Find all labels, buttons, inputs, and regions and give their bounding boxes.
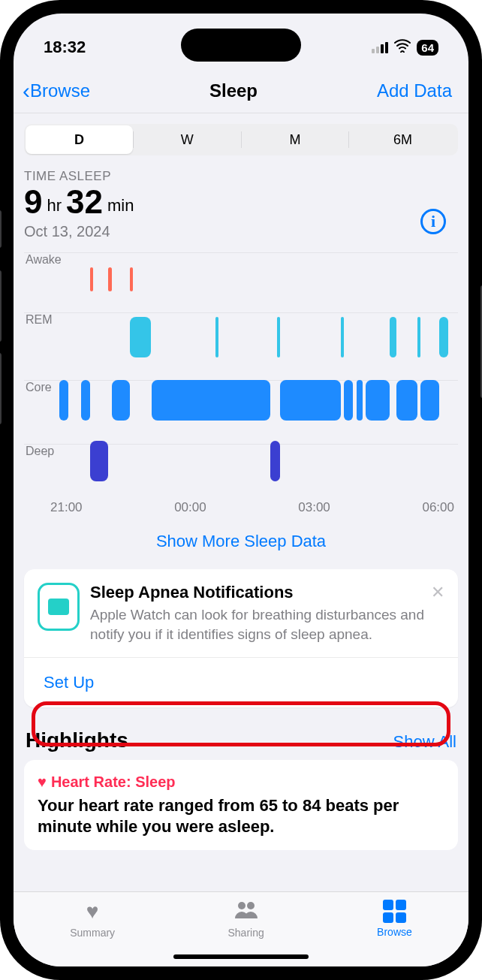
home-indicator[interactable] [173, 954, 309, 959]
segment-week[interactable]: W [134, 125, 241, 154]
battery-icon: 64 [417, 40, 438, 56]
sleep-bar-core [357, 380, 363, 421]
minutes-unit: min [107, 196, 134, 216]
signal-icon [372, 42, 388, 53]
xtick: 21:00 [50, 500, 83, 515]
add-data-button[interactable]: Add Data [377, 80, 452, 101]
sleep-bar-core [344, 380, 353, 421]
segment-month[interactable]: M [242, 125, 349, 154]
sleep-bar-deep [90, 441, 108, 481]
heart-rate-body: Your heart rate ranged from 65 to 84 bea… [38, 795, 444, 837]
sleep-bar-deep [270, 441, 279, 481]
back-label: Browse [30, 80, 90, 101]
hours-value: 9 [24, 185, 42, 219]
sleep-bar-core [366, 380, 390, 421]
minutes-value: 32 [66, 185, 103, 219]
tab-summary[interactable]: ♥ Summary [70, 900, 115, 939]
wifi-icon [394, 39, 411, 56]
apnea-title: Sleep Apnea Notifications [90, 583, 444, 602]
info-icon[interactable]: i [420, 209, 446, 234]
sleep-bar-rem [277, 317, 280, 357]
sleep-bar-rem [215, 317, 218, 357]
sleep-bar-rem [130, 317, 152, 357]
sleep-bar-rem [439, 317, 448, 357]
set-up-button[interactable]: Set Up [24, 657, 458, 707]
timeframe-segmented[interactable]: D W M 6M [24, 124, 458, 155]
close-icon[interactable]: ✕ [431, 583, 444, 602]
apnea-description: Apple Watch can look for breathing distu… [90, 605, 444, 644]
back-button[interactable]: ‹ Browse [23, 80, 90, 102]
nav-header: ‹ Browse Sleep Add Data [14, 66, 468, 113]
heart-rate-tag: Heart Rate: Sleep [51, 773, 176, 791]
xtick: 06:00 [422, 500, 454, 515]
time-asleep-label: TIME ASLEEP [24, 169, 458, 184]
sleep-bar-rem [341, 317, 344, 357]
svg-point-0 [238, 902, 246, 909]
sleep-bar-core [81, 380, 90, 421]
tab-label: Sharing [227, 927, 264, 939]
sleep-bar-rem [390, 317, 396, 357]
grid-icon [383, 900, 406, 923]
sleep-bar-awake [130, 267, 133, 291]
heart-icon: ♥ [86, 900, 99, 924]
segment-6month[interactable]: 6M [349, 125, 456, 154]
hours-unit: hr [47, 196, 62, 216]
show-more-sleep-data[interactable]: Show More Sleep Data [24, 532, 458, 551]
sleep-bar-awake [90, 267, 93, 291]
chevron-left-icon: ‹ [23, 80, 30, 102]
xtick: 03:00 [298, 500, 330, 515]
sleep-bar-core [152, 380, 271, 421]
page-title: Sleep [209, 80, 258, 101]
xtick: 00:00 [174, 500, 206, 515]
heart-icon: ♥ [38, 773, 47, 791]
sleep-bar-rem [417, 317, 420, 357]
people-icon [233, 900, 259, 924]
tab-label: Browse [377, 926, 412, 938]
heart-rate-card[interactable]: ♥ Heart Rate: Sleep Your heart rate rang… [24, 760, 458, 850]
tab-sharing[interactable]: Sharing [227, 900, 264, 939]
sleep-apnea-card: Sleep Apnea Notifications Apple Watch ca… [24, 569, 458, 707]
apple-watch-icon [38, 583, 80, 631]
date-label: Oct 13, 2024 [24, 223, 458, 240]
svg-point-1 [247, 902, 255, 909]
annotation-box [32, 701, 450, 746]
sleep-bar-core [420, 380, 438, 421]
sleep-bar-core [112, 380, 130, 421]
sleep-bar-core [59, 380, 68, 421]
segment-day[interactable]: D [26, 125, 133, 154]
status-time: 18:32 [44, 38, 86, 57]
sleep-chart[interactable]: Awake REM Core Deep 21:00 00:00 03:00 06… [24, 252, 458, 515]
sleep-bar-core [280, 380, 342, 421]
tab-label: Summary [70, 927, 115, 939]
tab-browse[interactable]: Browse [377, 900, 412, 938]
sleep-bar-core [396, 380, 418, 421]
sleep-bar-awake [108, 267, 111, 291]
stage-label-awake: Awake [24, 252, 458, 267]
notch [181, 29, 301, 62]
